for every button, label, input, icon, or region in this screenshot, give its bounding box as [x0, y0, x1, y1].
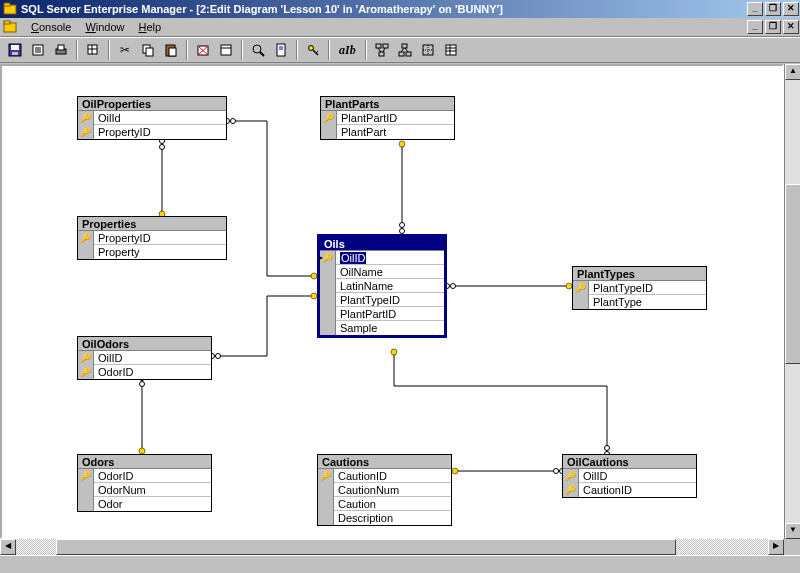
- print-button[interactable]: [50, 39, 72, 61]
- properties-button[interactable]: [27, 39, 49, 61]
- column-name: OdorID: [94, 366, 211, 378]
- column-name: OdorID: [94, 470, 211, 482]
- scroll-right-button[interactable]: ▶: [768, 539, 784, 555]
- paste-button[interactable]: [160, 39, 182, 61]
- column-name: CautionID: [334, 470, 451, 482]
- zoom-button[interactable]: [247, 39, 269, 61]
- column-name: LatinName: [336, 280, 444, 292]
- minimize-button[interactable]: _: [747, 2, 763, 16]
- key-icon: 🔑: [318, 469, 334, 483]
- vertical-scrollbar[interactable]: ▲ ▼: [784, 64, 800, 539]
- key-icon: 🔑: [320, 251, 336, 265]
- column-name: CautionNum: [334, 484, 451, 496]
- diagram-canvas[interactable]: OilProperties 🔑OilId 🔑PropertyID Propert…: [0, 64, 784, 539]
- svg-rect-35: [379, 52, 384, 56]
- table-odors[interactable]: Odors 🔑OdorID OdorNum Odor: [77, 454, 212, 512]
- script-button[interactable]: [270, 39, 292, 61]
- table-oils[interactable]: Oils 🔑OilID OilName LatinName PlantTypeI…: [317, 234, 447, 338]
- column-name: PlantPart: [337, 126, 454, 138]
- table-title: OilOdors: [78, 337, 211, 351]
- column-name: PlantPartID: [337, 112, 454, 124]
- scroll-down-button[interactable]: ▼: [785, 523, 800, 539]
- table-title: Odors: [78, 455, 211, 469]
- scroll-up-button[interactable]: ▲: [785, 64, 800, 80]
- mdi-maximize-button[interactable]: ❐: [765, 20, 781, 34]
- table-plantparts[interactable]: PlantParts 🔑PlantPartID PlantPart: [320, 96, 455, 140]
- horizontal-scrollbar[interactable]: ◀ ▶: [0, 539, 800, 555]
- column-name: Sample: [336, 322, 444, 334]
- table-oilcautions[interactable]: OilCautions 🔑OilID 🔑CautionID: [562, 454, 697, 498]
- page-breaks-button[interactable]: [417, 39, 439, 61]
- key-icon: 🔑: [78, 469, 94, 483]
- mdi-minimize-button[interactable]: _: [747, 20, 763, 34]
- scroll-track[interactable]: [16, 539, 768, 555]
- scroll-thumb[interactable]: [56, 539, 676, 555]
- svg-rect-39: [399, 52, 404, 56]
- svg-rect-34: [383, 44, 388, 48]
- menu-bar: Console Window Help _ ❐ ✕: [0, 18, 800, 37]
- table-view-button[interactable]: [440, 39, 462, 61]
- window-title: SQL Server Enterprise Manager - [2:Edit …: [21, 3, 746, 15]
- maximize-button[interactable]: ❐: [765, 2, 781, 16]
- copy-button[interactable]: [137, 39, 159, 61]
- table-title: Properties: [78, 217, 226, 231]
- new-table-button[interactable]: [82, 39, 104, 61]
- column-name: OilID: [579, 470, 696, 482]
- key-icon: 🔑: [563, 483, 579, 497]
- annotation-button[interactable]: aIb: [334, 39, 361, 61]
- key-icon: [78, 497, 94, 511]
- mdi-icon[interactable]: [2, 19, 18, 35]
- svg-rect-12: [58, 45, 64, 50]
- menu-console[interactable]: Console: [24, 19, 78, 35]
- cut-button[interactable]: ✂: [114, 39, 136, 61]
- toolbar-separator: [328, 40, 330, 60]
- table-planttypes[interactable]: PlantTypes 🔑PlantTypeID PlantType: [572, 266, 707, 310]
- mdi-controls: _ ❐ ✕: [746, 18, 800, 36]
- svg-line-42: [405, 48, 408, 52]
- toolbar-separator: [365, 40, 367, 60]
- svg-rect-19: [169, 48, 176, 56]
- menu-window[interactable]: Window: [78, 19, 131, 35]
- save-button[interactable]: [4, 39, 26, 61]
- scroll-left-button[interactable]: ◀: [0, 539, 16, 555]
- column-name: CautionID: [579, 484, 696, 496]
- svg-rect-1: [4, 3, 10, 6]
- svg-rect-27: [277, 44, 285, 56]
- svg-rect-38: [402, 44, 407, 48]
- table-title: PlantTypes: [573, 267, 706, 281]
- key-icon: 🔑: [78, 365, 94, 379]
- table-cautions[interactable]: Cautions 🔑CautionID CautionNum Caution D…: [317, 454, 452, 526]
- svg-point-25: [253, 45, 261, 53]
- key-icon: 🔑: [78, 125, 94, 139]
- arrange-selection-button[interactable]: [371, 39, 393, 61]
- key-icon: 🔑: [321, 111, 337, 125]
- menu-help[interactable]: Help: [132, 19, 169, 35]
- arrange-tables-button[interactable]: [394, 39, 416, 61]
- column-name: OilID: [336, 252, 444, 264]
- column-name: OdorNum: [94, 484, 211, 496]
- svg-rect-40: [406, 52, 411, 56]
- column-name: PlantTypeID: [589, 282, 706, 294]
- close-button[interactable]: ✕: [783, 2, 799, 16]
- svg-rect-3: [4, 21, 10, 24]
- table-oilodors[interactable]: OilOdors 🔑OilID 🔑OdorID: [77, 336, 212, 380]
- show-table-button[interactable]: [215, 39, 237, 61]
- key-icon: [320, 321, 336, 335]
- scroll-thumb[interactable]: [785, 184, 800, 364]
- mdi-close-button[interactable]: ✕: [783, 20, 799, 34]
- primary-key-button[interactable]: [302, 39, 324, 61]
- remove-button[interactable]: [192, 39, 214, 61]
- toolbar-separator: [108, 40, 110, 60]
- column-name: Odor: [94, 498, 211, 510]
- key-icon: [318, 511, 334, 525]
- column-name: PropertyID: [94, 232, 226, 244]
- column-name: PropertyID: [94, 126, 226, 138]
- toolbar-separator: [76, 40, 78, 60]
- svg-rect-23: [221, 45, 231, 55]
- table-oilproperties[interactable]: OilProperties 🔑OilId 🔑PropertyID: [77, 96, 227, 140]
- table-title: OilProperties: [78, 97, 226, 111]
- table-properties[interactable]: Properties 🔑PropertyID Property: [77, 216, 227, 260]
- key-icon: [78, 245, 94, 259]
- column-name: Property: [94, 246, 226, 258]
- table-title: Oils: [320, 237, 444, 251]
